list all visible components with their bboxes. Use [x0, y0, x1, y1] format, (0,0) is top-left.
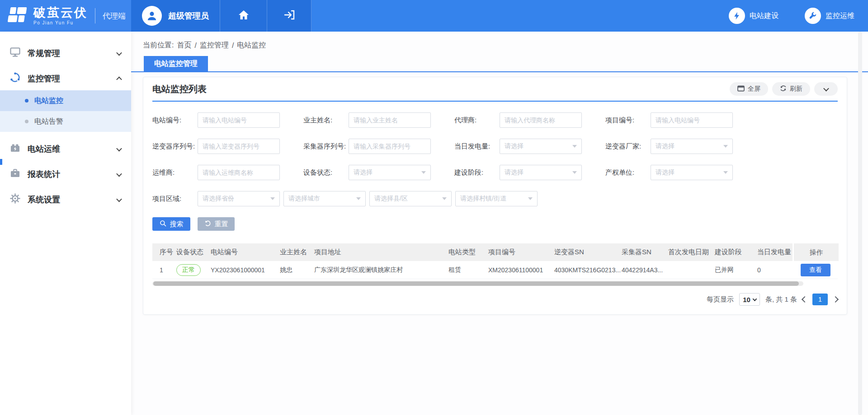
battery-bolt-icon — [10, 143, 20, 155]
filter-label: 电站编号: — [152, 116, 198, 125]
chevron-down-icon — [116, 196, 122, 202]
row-collector-sn: 40422914A3... — [622, 266, 668, 274]
current-user-button[interactable]: 超级管理员 — [131, 0, 220, 32]
inverter-vendor-select[interactable]: 请选择 — [651, 139, 733, 154]
caret-down-icon — [752, 297, 757, 301]
filter-row-1: 电站编号: 业主姓名: 代理商: 项目编号: — [152, 112, 838, 128]
row-daily-power: 0 — [757, 266, 793, 274]
station-no-input[interactable] — [198, 112, 280, 128]
city-select[interactable]: 请选择城市 — [283, 191, 366, 206]
sidebar-scroll-indicator[interactable] — [0, 159, 2, 165]
brand-subtitle: Po Jian Yun Fu — [33, 21, 88, 25]
user-name: 超级管理员 — [168, 10, 209, 21]
owner-name-input[interactable] — [349, 112, 431, 128]
row-index: 1 — [152, 266, 176, 274]
filter-property-unit: 产权单位: 请选择 — [605, 165, 756, 180]
page-scrollbar-track[interactable] — [858, 32, 862, 415]
search-button[interactable]: 搜索 — [152, 217, 190, 231]
page-number-active[interactable]: 1 — [812, 294, 828, 305]
row-station-type: 租赁 — [448, 266, 488, 274]
sidebar-item-station-monitor[interactable]: 电站监控 — [0, 90, 131, 111]
province-select[interactable]: 请选择省份 — [198, 191, 280, 206]
nav-monitor-om[interactable]: 监控运维 — [805, 8, 854, 24]
prev-page-button[interactable] — [802, 296, 808, 303]
breadcrumb-home[interactable]: 首页 — [177, 41, 191, 50]
reset-button[interactable]: 重置 — [198, 217, 235, 231]
col-station-no: 电站编号 — [211, 248, 280, 256]
collector-sn-input[interactable] — [349, 139, 431, 154]
project-no-input[interactable] — [651, 112, 733, 128]
reset-label: 重置 — [215, 220, 228, 228]
filter-label: 建设阶段: — [454, 168, 500, 177]
region-selects: 请选择省份 请选择城市 请选择县/区 — [198, 191, 538, 206]
search-icon — [160, 220, 166, 228]
filter-actions: 搜索 重置 — [152, 217, 838, 231]
filter-owner-name: 业主姓名: — [303, 112, 454, 128]
filter-label: 逆变器序列号: — [152, 142, 198, 151]
per-page-value: 10 — [743, 296, 750, 303]
sidebar-item-station-om[interactable]: 电站运维 — [0, 137, 131, 161]
county-select[interactable]: 请选择县/区 — [369, 191, 452, 206]
home-button[interactable] — [220, 0, 267, 32]
select-placeholder: 请选择城市 — [288, 195, 320, 203]
station-table: 序号 设备状态 电站编号 业主姓名 项目地址 电站类型 项目编号 逆变器SN 采… — [152, 243, 838, 286]
sidebar-subitem-label: 电站告警 — [34, 117, 63, 126]
col-address: 项目地址 — [314, 248, 448, 256]
filter-build-stage: 建设阶段: 请选择 — [454, 165, 605, 180]
sidebar-item-monitor-mgmt[interactable]: 监控管理 — [0, 67, 131, 90]
agent-input[interactable] — [500, 112, 582, 128]
filter-label: 当日发电量: — [454, 142, 500, 151]
total-count-label: 条, 共 1 条 — [765, 295, 797, 304]
next-page-button[interactable] — [832, 296, 839, 303]
col-inverter-sn: 逆变器SN — [554, 248, 622, 256]
nav-station-build-label: 电站建设 — [750, 11, 778, 21]
portal-label: 代理端 — [95, 8, 126, 23]
chevron-down-icon — [116, 171, 122, 177]
select-placeholder: 请选择 — [505, 142, 524, 150]
filter-label: 业主姓名: — [303, 116, 349, 125]
filter-label: 运维商: — [152, 168, 198, 177]
sidebar-item-system-settings[interactable]: 系统设置 — [0, 188, 131, 211]
sidebar-item-station-alarm[interactable]: 电站告警 — [0, 111, 131, 132]
fullscreen-button[interactable]: 全屏 — [730, 82, 768, 96]
daily-power-select[interactable]: 请选择 — [500, 139, 582, 154]
caret-down-icon — [356, 197, 361, 200]
property-unit-select[interactable]: 请选择 — [651, 165, 733, 180]
tab-station-monitor-mgmt[interactable]: 电站监控管理 — [144, 56, 208, 71]
tab-strip: 电站监控管理 — [131, 56, 868, 72]
panel-header: 电站监控列表 全屏 — [152, 77, 838, 102]
header-nav: 电站建设 监控运维 — [311, 0, 868, 32]
device-status-select[interactable]: 请选择 — [349, 165, 431, 180]
breadcrumb-station-monitor[interactable]: 电站监控 — [237, 41, 266, 50]
collapse-panel-button[interactable] — [814, 82, 838, 96]
sidebar-item-label: 常规管理 — [28, 48, 60, 59]
select-placeholder: 请选择 — [656, 168, 675, 177]
col-station-type: 电站类型 — [448, 248, 488, 256]
header-user-section: 超级管理员 — [131, 0, 311, 32]
town-select[interactable]: 请选择村镇/街道 — [455, 191, 538, 206]
filter-label: 逆变器厂家: — [605, 142, 651, 151]
panel-title: 电站监控列表 — [152, 83, 207, 95]
inverter-sn-input[interactable] — [198, 139, 280, 154]
logout-button[interactable] — [267, 0, 311, 32]
row-project-no: XM2023061100001 — [488, 266, 554, 274]
om-provider-input[interactable] — [198, 165, 280, 180]
per-page-select[interactable]: 10 — [739, 293, 760, 306]
build-stage-select[interactable]: 请选择 — [500, 165, 582, 180]
col-device-status: 设备状态 — [176, 248, 211, 256]
breadcrumb-monitor-mgmt[interactable]: 监控管理 — [200, 41, 229, 50]
nav-station-build[interactable]: 电站建设 — [729, 8, 778, 24]
horizontal-scrollbar-thumb[interactable] — [153, 281, 799, 286]
filter-label: 设备状态: — [303, 168, 349, 177]
filter-device-status: 设备状态: 请选择 — [303, 165, 454, 180]
wrench-icon — [805, 8, 821, 24]
sidebar-item-report-stats[interactable]: 报表统计 — [0, 163, 131, 186]
col-owner: 业主姓名 — [280, 248, 314, 256]
select-placeholder: 请选择省份 — [203, 195, 234, 203]
per-page-label: 每页显示 — [707, 295, 734, 304]
caret-down-icon — [270, 197, 275, 200]
filter-station-no: 电站编号: — [152, 112, 303, 128]
refresh-button[interactable]: 刷新 — [772, 82, 810, 96]
sidebar-item-general-mgmt[interactable]: 常规管理 — [0, 42, 131, 65]
view-button[interactable]: 查看 — [801, 264, 830, 276]
